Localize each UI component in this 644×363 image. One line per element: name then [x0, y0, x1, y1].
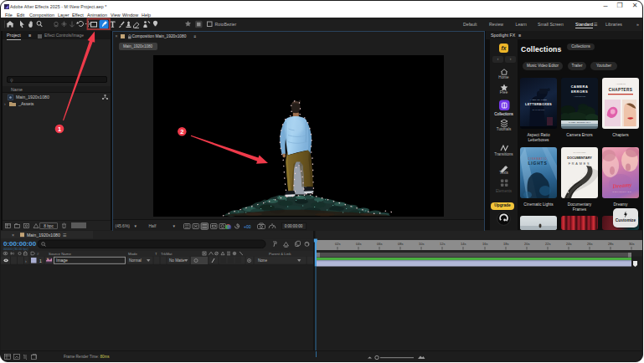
svg-text:A COLLECTION: A COLLECTION	[574, 95, 586, 97]
svg-text:1: 1	[39, 258, 42, 263]
svg-text:02s: 02s	[335, 242, 340, 246]
svg-text:24s: 24s	[566, 242, 571, 246]
svg-text:04s: 04s	[356, 242, 361, 246]
svg-text:Mode: Mode	[128, 252, 138, 256]
svg-text:Normal: Normal	[129, 258, 142, 263]
svg-text:T: T	[155, 252, 157, 256]
svg-text:+00: +00	[244, 224, 251, 229]
svg-text:0:00:00:00: 0:00:00:00	[3, 240, 37, 248]
svg-text:CAMERA ERRORS VOL 1: CAMERA ERRORS VOL 1	[569, 121, 591, 123]
svg-text:18s: 18s	[503, 242, 508, 246]
svg-text:BY FILMMAKERS: BY FILMMAKERS	[574, 151, 586, 153]
svg-text:TrkMat: TrkMat	[161, 252, 173, 256]
svg-text:Parent & Link: Parent & Link	[269, 252, 291, 256]
svg-text:☰: ☰	[63, 233, 67, 238]
svg-text:LETTERBOXES: LETTERBOXES	[525, 102, 552, 106]
svg-text:A SET OF FREE: A SET OF FREE	[530, 99, 547, 100]
svg-text:14s: 14s	[461, 242, 466, 246]
svg-text:Main_1920x1080: Main_1920x1080	[27, 233, 60, 238]
svg-text:No Matte: No Matte	[169, 258, 185, 263]
svg-text:30s: 30s	[629, 242, 634, 246]
svg-text:26s: 26s	[587, 242, 592, 246]
svg-text:CHAPTERS: CHAPTERS	[609, 88, 632, 92]
svg-text:00000 (30.00 fps): 00000 (30.00 fps)	[3, 248, 28, 251]
svg-text:Image: Image	[56, 258, 68, 263]
svg-text:08s: 08s	[398, 242, 403, 246]
svg-text:06s: 06s	[377, 242, 382, 246]
svg-text:DOCUMENTARY: DOCUMENTARY	[567, 156, 592, 160]
svg-text:×: ×	[12, 233, 14, 238]
svg-text:CAMERA: CAMERA	[571, 84, 589, 89]
svg-text:COLLECTION: COLLECTION	[613, 191, 632, 192]
svg-text:None: None	[258, 258, 267, 263]
svg-text:22s: 22s	[545, 242, 550, 246]
svg-text:10s: 10s	[419, 242, 424, 246]
svg-text:28s: 28s	[608, 242, 613, 246]
svg-text:20s: 20s	[524, 242, 529, 246]
svg-text:BLACK EDITION: BLACK EDITION	[533, 109, 545, 110]
svg-text:A GUIDE TO: A GUIDE TO	[616, 83, 626, 84]
svg-text:16s: 16s	[482, 242, 487, 246]
svg-text:RotoBezier: RotoBezier	[215, 22, 237, 27]
svg-text:LIGHTS: LIGHTS	[528, 161, 547, 166]
svg-text:Source Name: Source Name	[49, 252, 71, 256]
svg-text:12s: 12s	[440, 242, 445, 246]
svg-text:FRAMES: FRAMES	[569, 162, 591, 166]
svg-text:ERRORS: ERRORS	[571, 89, 588, 94]
